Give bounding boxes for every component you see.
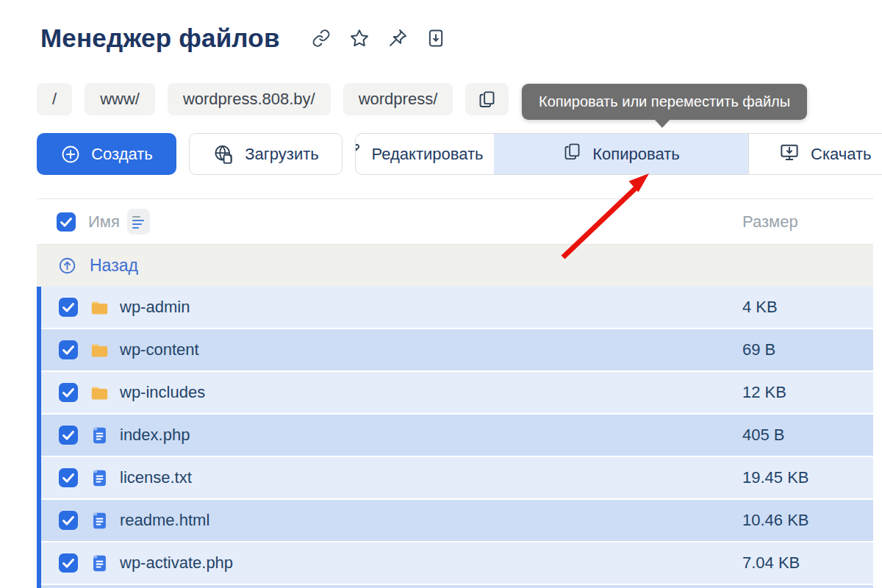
file-icon [90,468,110,488]
folder-icon [90,298,110,318]
table-row[interactable]: license.txt 19.45 KB [37,457,873,498]
column-header-size: Размер [742,212,798,232]
back-label: Назад [90,256,138,276]
file-size: 69 B [742,340,775,359]
page-title: Менеджер файлов [40,24,280,53]
file-name: wp-includes [120,383,205,402]
copy-icon [562,142,582,166]
table-row[interactable]: readme.html 10.46 KB [37,500,873,541]
file-size: 12 KB [742,383,786,402]
sort-button[interactable] [127,209,150,234]
pencil-icon [355,142,362,166]
selection-left-bar [37,287,41,588]
file-icon [90,553,110,573]
file-icon [90,468,110,488]
file-manager-screen: Менеджер файлов / www/ wordpress.808.by/… [0,0,882,588]
page-header: Менеджер файлов [40,24,446,53]
file-size: 4 KB [742,298,778,317]
breadcrumb-segment[interactable]: / [37,83,72,115]
breadcrumb-segment-label: wordpress/ [359,90,438,109]
export-file-icon[interactable] [426,28,446,49]
folder-icon [90,383,110,403]
file-name: readme.html [120,511,209,530]
table-row[interactable]: wp-admin 4 KB [37,287,873,328]
breadcrumb-segment-label: wordpress.808.by/ [183,90,315,109]
table-row[interactable]: index.php 405 B [37,415,873,456]
file-size: 19.45 KB [742,468,809,487]
row-checkbox[interactable] [59,383,78,402]
plus-circle-icon [60,144,81,165]
copy-path-button[interactable] [465,83,509,115]
folder-icon [90,298,110,318]
row-checkbox[interactable] [59,511,78,530]
file-name: wp-content [120,340,199,359]
next-row-sliver [37,585,873,588]
table-row[interactable]: wp-content 69 B [37,329,873,370]
breadcrumb-segment-label: www/ [100,90,140,109]
upload-button[interactable]: Загрузить [189,133,343,175]
sort-icon [131,214,146,230]
file-table: Имя Размер Назад wp-admin 4 KB [37,198,873,588]
history-back-icon [57,256,77,276]
file-name: license.txt [120,468,192,487]
star-icon[interactable] [349,28,370,49]
tooltip-caret [654,119,670,128]
row-checkbox[interactable] [59,340,78,359]
row-checkbox[interactable] [59,553,78,573]
folder-icon [90,340,110,360]
file-icon [90,511,110,531]
copy-button[interactable]: Копировать [494,134,748,174]
file-name: index.php [120,426,190,445]
file-size: 405 B [742,426,785,445]
file-name: wp-admin [120,298,190,317]
edit-button-label: Редактировать [372,145,484,164]
breadcrumb-segment-label: / [52,90,57,109]
globe-upload-icon [212,143,234,165]
title-icons [311,28,446,49]
file-icon [90,426,110,445]
copy-button-label: Копировать [592,145,679,164]
download-button[interactable]: Скачать [748,134,882,174]
breadcrumb: / www/ wordpress.808.by/ wordpress/ [37,83,564,115]
row-checkbox[interactable] [59,426,78,445]
file-size: 7.04 KB [742,553,800,573]
row-checkbox[interactable] [59,298,78,317]
breadcrumb-segment[interactable]: wordpress.808.by/ [168,83,331,115]
copy-path-icon [477,90,497,110]
pin-icon[interactable] [387,28,408,49]
tooltip: Копировать или переместить файлы [522,84,807,120]
tooltip-text: Копировать или переместить файлы [539,93,790,110]
folder-icon [90,340,110,360]
edit-button[interactable]: Редактировать [356,134,494,174]
table-header: Имя Размер [37,198,873,245]
download-button-label: Скачать [811,145,872,164]
action-button-group: Редактировать Копировать Скачать [355,133,882,175]
table-row[interactable]: wp-includes 12 KB [37,372,873,413]
file-rows: wp-admin 4 KB wp-content 69 B wp-include… [37,287,873,584]
monitor-download-icon [778,141,800,168]
breadcrumb-segment[interactable]: www/ [85,83,155,115]
table-row[interactable]: wp-activate.php 7.04 KB [37,542,873,584]
file-size: 10.46 KB [742,511,809,530]
file-icon [90,553,110,573]
toolbar: Создать Загрузить Редактировать [37,133,882,175]
row-checkbox[interactable] [59,468,78,487]
folder-icon [90,383,110,403]
upload-button-label: Загрузить [245,145,318,164]
back-row[interactable]: Назад [37,245,873,287]
link-icon[interactable] [311,28,331,49]
select-all-checkbox[interactable] [57,212,76,232]
file-name: wp-activate.php [120,553,233,573]
file-icon [90,511,110,531]
file-icon [90,426,110,445]
create-button-label: Создать [91,145,153,164]
breadcrumb-segment[interactable]: wordpress/ [343,83,453,115]
column-header-name: Имя [88,212,120,232]
create-button[interactable]: Создать [37,133,176,175]
